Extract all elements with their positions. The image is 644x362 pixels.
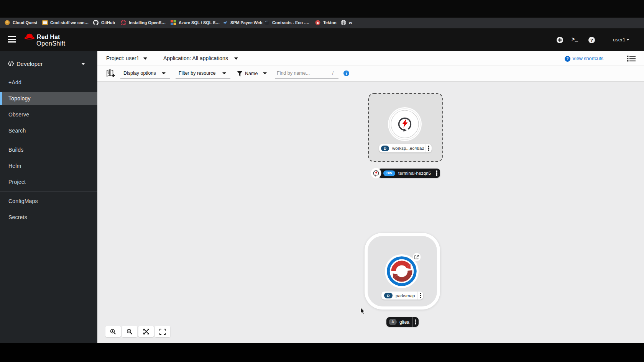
svg-text:?: ?: [566, 57, 568, 61]
svg-text:?: ?: [590, 38, 593, 43]
